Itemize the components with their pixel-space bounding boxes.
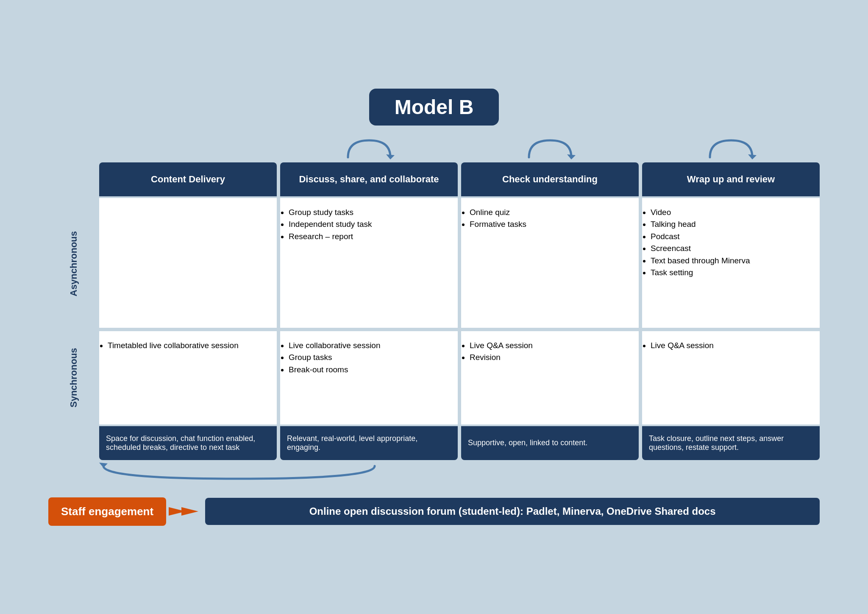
col3-sync-cell: Live Q&A session Revision bbox=[461, 331, 639, 424]
arrow-col4 bbox=[642, 138, 820, 162]
col2-desc: Relevant, real-world, level appropriate,… bbox=[280, 426, 458, 460]
col-discuss: Discuss, share, and collaborate Group st… bbox=[280, 162, 458, 460]
col-header-3: Check understanding bbox=[461, 162, 639, 196]
col3-async-item-1: Online quiz bbox=[470, 207, 630, 219]
svg-marker-2 bbox=[748, 154, 757, 159]
col4-async-item-3: Podcast bbox=[651, 231, 811, 243]
arrow-4-icon bbox=[706, 138, 757, 162]
arrow-col2 bbox=[280, 138, 458, 162]
col2-async-item-1: Group study tasks bbox=[289, 207, 449, 219]
col2-async-list: Group study tasks Independent study task… bbox=[289, 207, 449, 243]
arrow-col3 bbox=[461, 138, 639, 162]
col4-async-cell: Video Talking head Podcast Screencast Te… bbox=[642, 198, 820, 329]
col3-sync-item-1: Live Q&A session bbox=[470, 340, 630, 352]
online-forum-box: Online open discussion forum (student-le… bbox=[205, 498, 820, 525]
col-wrap-up: Wrap up and review Video Talking head Po… bbox=[642, 162, 820, 460]
main-container: Model B Asynch bbox=[31, 76, 837, 539]
arrow-2-icon bbox=[344, 138, 395, 162]
col4-desc: Task closure, outline next steps, answer… bbox=[642, 426, 820, 460]
col4-async-item-6: Task setting bbox=[651, 267, 811, 279]
rl-mid-divider bbox=[48, 329, 99, 331]
col4-async-item-4: Screencast bbox=[651, 243, 811, 255]
col-header-4: Wrap up and review bbox=[642, 162, 820, 196]
col4-sync-cell: Live Q&A session bbox=[642, 331, 820, 424]
col-header-2: Discuss, share, and collaborate bbox=[280, 162, 458, 196]
col2-sync-item-2: Group tasks bbox=[289, 352, 449, 364]
col1-sync-cell: Timetabled live collaborative session bbox=[99, 331, 277, 424]
col1-desc: Space for discussion, chat function enab… bbox=[99, 426, 277, 460]
col1-sync-list: Timetabled live collaborative session bbox=[108, 340, 268, 352]
columns-container: Content Delivery Timetabled live collabo… bbox=[99, 162, 820, 460]
col3-async-cell: Online quiz Formative tasks bbox=[461, 198, 639, 329]
col3-desc: Supportive, open, linked to content. bbox=[461, 426, 639, 460]
col3-sync-item-2: Revision bbox=[470, 352, 630, 364]
col2-sync-cell: Live collaborative session Group tasks B… bbox=[280, 331, 458, 424]
staff-engagement-box: Staff engagement bbox=[48, 497, 166, 526]
col4-async-list: Video Talking head Podcast Screencast Te… bbox=[651, 207, 811, 279]
col4-async-item-2: Talking head bbox=[651, 218, 811, 231]
col2-async-item-3: Research – report bbox=[289, 231, 449, 243]
async-label: Asynchronous bbox=[48, 198, 99, 329]
col-check: Check understanding Online quiz Formativ… bbox=[461, 162, 639, 460]
col3-async-item-2: Formative tasks bbox=[470, 218, 630, 231]
col3-sync-list: Live Q&A session Revision bbox=[470, 340, 630, 364]
svg-marker-0 bbox=[386, 154, 395, 159]
sync-label: Synchronous bbox=[48, 331, 99, 424]
col2-sync-list: Live collaborative session Group tasks B… bbox=[289, 340, 449, 376]
rl-header-spacer bbox=[48, 162, 99, 198]
col3-async-list: Online quiz Formative tasks bbox=[470, 207, 630, 231]
svg-marker-1 bbox=[567, 154, 576, 159]
col-content-delivery: Content Delivery Timetabled live collabo… bbox=[99, 162, 277, 460]
col2-async-item-2: Independent study task bbox=[289, 218, 449, 231]
model-title: Model B bbox=[369, 89, 499, 126]
col1-sync-item-1: Timetabled live collaborative session bbox=[108, 340, 268, 352]
double-arrow-container bbox=[169, 503, 203, 520]
title-row: Model B bbox=[48, 89, 820, 130]
arrow-col1 bbox=[99, 138, 277, 162]
col4-async-item-5: Text based through Minerva bbox=[651, 255, 811, 267]
double-arrow-icon bbox=[169, 503, 203, 520]
col4-sync-list: Live Q&A session bbox=[651, 340, 811, 352]
svg-marker-3 bbox=[99, 463, 108, 468]
feedback-arrow-row bbox=[99, 462, 820, 485]
bottom-bar: Staff engagement Online open discussion … bbox=[48, 497, 820, 526]
feedback-arrow-icon bbox=[99, 462, 396, 483]
rl-desc-spacer bbox=[48, 424, 99, 458]
col2-async-cell: Group study tasks Independent study task… bbox=[280, 198, 458, 329]
col4-sync-item-1: Live Q&A session bbox=[651, 340, 811, 352]
arrow-3-icon bbox=[525, 138, 576, 162]
svg-marker-5 bbox=[181, 507, 198, 516]
col1-async-cell bbox=[99, 198, 277, 329]
col4-async-item-1: Video bbox=[651, 207, 811, 219]
col-header-1: Content Delivery bbox=[99, 162, 277, 196]
col2-sync-item-1: Live collaborative session bbox=[289, 340, 449, 352]
col2-sync-item-3: Break-out rooms bbox=[289, 364, 449, 376]
main-grid: Asynchronous Synchronous Content Deliver… bbox=[48, 162, 820, 460]
arrows-row bbox=[99, 138, 820, 162]
row-labels-col: Asynchronous Synchronous bbox=[48, 162, 99, 460]
